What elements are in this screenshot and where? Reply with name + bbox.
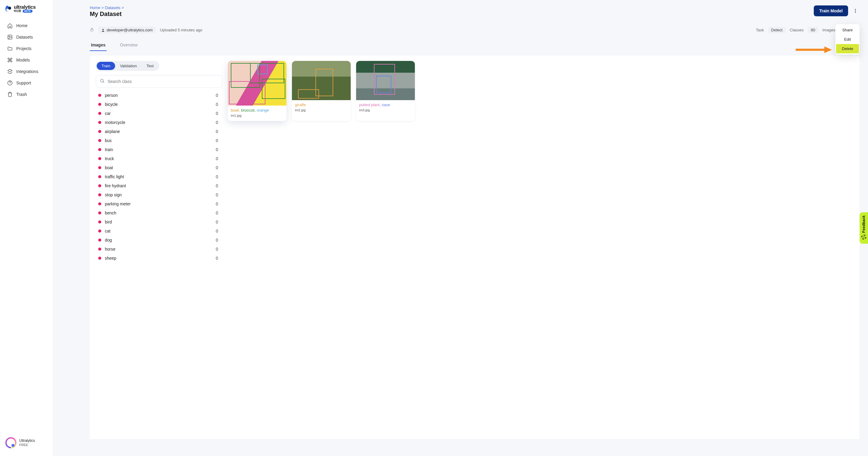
class-row[interactable]: boat0 (96, 163, 221, 172)
class-dot-icon (98, 130, 101, 133)
dropdown-delete[interactable]: Delete (836, 44, 859, 53)
svg-point-0 (8, 7, 11, 10)
trash-icon (7, 92, 13, 97)
class-count: 0 (216, 120, 218, 125)
class-name: boat (105, 165, 113, 170)
class-row[interactable]: bench0 (96, 208, 221, 218)
class-row[interactable]: truck0 (96, 154, 221, 163)
class-dot-icon (98, 257, 101, 260)
classes-label: Classes (790, 28, 804, 32)
class-count: 0 (216, 93, 218, 98)
task-label: Task (756, 28, 764, 32)
task-value: Detect (768, 27, 786, 33)
search-box[interactable] (96, 75, 222, 88)
nav-item-projects[interactable]: Projects (0, 43, 53, 54)
layers-icon (7, 69, 13, 74)
breadcrumb-home[interactable]: Home (90, 5, 100, 10)
dropdown-share[interactable]: Share (835, 25, 860, 35)
class-row[interactable]: bus0 (96, 136, 221, 145)
nav-label: Models (16, 58, 30, 62)
nav-item-trash[interactable]: Trash (0, 89, 53, 100)
class-name: bird (105, 220, 112, 224)
class-name: cat (105, 229, 111, 233)
image-filename: im2.jpg (295, 108, 348, 112)
tab-images[interactable]: Images (90, 39, 107, 51)
class-row[interactable]: parking meter0 (96, 199, 221, 208)
class-dot-icon (98, 112, 101, 115)
image-label: potted plant (359, 103, 380, 107)
class-row[interactable]: dog0 (96, 235, 221, 245)
class-row[interactable]: car0 (96, 109, 221, 118)
class-row[interactable]: person0 (96, 91, 221, 100)
logo-icon (5, 5, 12, 12)
image-card[interactable]: giraffe im2.jpg (292, 61, 351, 121)
image-label: bowl (231, 108, 239, 113)
image-card[interactable]: potted plant, vase im3.jpg (356, 61, 415, 121)
folder-icon (7, 46, 13, 51)
class-row[interactable]: stop sign0 (96, 190, 221, 199)
nav-label: Datasets (16, 35, 33, 39)
tab-overview[interactable]: Overview (119, 39, 138, 51)
class-name: bus (105, 138, 112, 143)
sidebar-user[interactable]: Ultralytics FREE (0, 433, 53, 451)
class-count: 0 (216, 201, 218, 206)
class-count: 0 (216, 238, 218, 243)
class-row[interactable]: traffic light0 (96, 172, 221, 181)
lock-icon (90, 27, 94, 33)
class-name: airplane (105, 129, 120, 134)
class-panel: Train Validation Test person0bicycle0car… (96, 61, 222, 434)
image-label: broccoli (241, 108, 255, 113)
class-dot-icon (98, 211, 101, 215)
class-dot-icon (98, 202, 101, 205)
class-row[interactable]: fire hydrant0 (96, 181, 221, 190)
image-thumb (356, 61, 415, 100)
class-row[interactable]: bicycle0 (96, 100, 221, 109)
image-filename: im1.jpg (231, 114, 283, 117)
class-list[interactable]: person0bicycle0car0motorcycle0airplane0b… (96, 91, 222, 263)
owner-pill[interactable]: developer@ultralytics.com (98, 27, 156, 33)
class-dot-icon (98, 166, 101, 169)
train-model-button[interactable]: Train Model (814, 5, 848, 16)
class-row[interactable]: airplane0 (96, 127, 221, 136)
class-dot-icon (98, 94, 101, 97)
image-card[interactable]: bowl, broccoli, orange im1.jpg (228, 61, 286, 121)
class-dot-icon (98, 103, 101, 106)
feedback-button[interactable]: Feedback ☺ (860, 212, 868, 244)
split-validation[interactable]: Validation (115, 62, 142, 70)
split-train[interactable]: Train (97, 62, 115, 70)
nav-item-home[interactable]: Home (0, 20, 53, 31)
class-dot-icon (98, 221, 101, 224)
class-row[interactable]: sheep0 (96, 254, 221, 263)
nav-item-support[interactable]: Support (0, 77, 53, 89)
more-menu-button[interactable] (851, 7, 860, 15)
nav-item-models[interactable]: Models (0, 54, 53, 66)
class-row[interactable]: cat0 (96, 227, 221, 235)
class-name: truck (105, 156, 114, 161)
classes-value: 80 (808, 27, 818, 33)
class-row[interactable]: train0 (96, 145, 221, 154)
nav-label: Support (16, 81, 31, 85)
class-row[interactable]: motorcycle0 (96, 118, 221, 127)
user-name: Ultralytics (19, 438, 35, 443)
class-count: 0 (216, 156, 218, 161)
class-name: sheep (105, 256, 116, 261)
logo[interactable]: ultralytics HUB BETA (0, 5, 53, 19)
class-count: 0 (216, 111, 218, 116)
command-icon (7, 57, 13, 63)
class-dot-icon (98, 121, 101, 124)
nav-item-datasets[interactable]: Datasets (0, 31, 53, 43)
svg-point-6 (855, 9, 856, 10)
class-row[interactable]: bird0 (96, 218, 221, 227)
breadcrumb-datasets[interactable]: Datasets (105, 5, 120, 10)
image-filename: im3.jpg (359, 108, 412, 112)
split-test[interactable]: Test (142, 62, 158, 70)
nav-item-integrations[interactable]: Integrations (0, 66, 53, 77)
class-dot-icon (98, 193, 101, 196)
search-input[interactable] (107, 79, 218, 84)
class-row[interactable]: horse0 (96, 245, 221, 254)
split-selector: Train Validation Test (96, 61, 159, 71)
dropdown-edit[interactable]: Edit (835, 35, 860, 44)
svg-point-7 (855, 10, 856, 11)
sidebar: ultralytics HUB BETA HomeDatasetsProject… (0, 0, 53, 456)
home-icon (7, 23, 13, 28)
